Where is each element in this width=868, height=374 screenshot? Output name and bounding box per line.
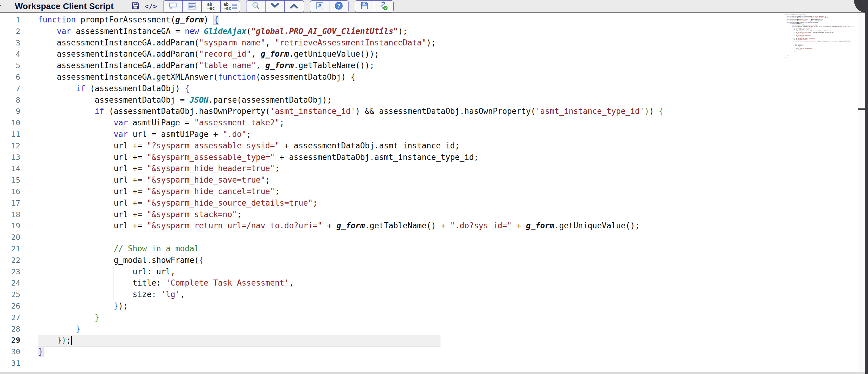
open-in-new-window-button[interactable]	[310, 1, 330, 12]
find-previous-button[interactable]	[285, 1, 304, 12]
comment-button[interactable]	[163, 1, 183, 12]
line-number: 6	[0, 71, 20, 83]
line-number: 12	[0, 140, 20, 152]
code-line-text: url += "&sysparm_hide_source_details=tru…	[38, 197, 318, 209]
code-line-22[interactable]: 22 g_modal.showFrame({	[0, 255, 858, 266]
open-in-new-window-icon	[316, 2, 323, 11]
toolbar-group-window: ?	[310, 0, 349, 12]
line-number: 7	[0, 83, 20, 94]
code-line-text: assessmentInstanceGA.addParam("sysparm_n…	[38, 37, 436, 49]
page-title: Workspace Client Script	[15, 1, 114, 11]
save-icon[interactable]	[131, 1, 140, 11]
code-line-text: url += "&sysparm_stack=no";	[38, 209, 242, 220]
code-line-11[interactable]: 11 var url = asmtUiPage + ".do";	[0, 129, 858, 140]
minimap-line	[785, 58, 858, 60]
code-line-13[interactable]: 13 url += "&sysparm_assessable_type=" + …	[0, 152, 858, 163]
code-line-text: size: 'lg',	[38, 289, 185, 301]
code-line-text: }	[38, 312, 100, 323]
code-line-9[interactable]: 9 if (assessmentDataObj.hasOwnProperty('…	[0, 106, 858, 117]
line-number: 19	[0, 220, 20, 232]
line-number: 22	[0, 255, 20, 266]
code-line-2[interactable]: 2 var assessmentInstanceGA = new GlideAj…	[0, 26, 858, 37]
code-line-4[interactable]: 4 assessmentInstanceGA.addParam("record_…	[0, 49, 858, 60]
window-corner-top-left	[0, 0, 9, 8]
code-line-28[interactable]: 28 }	[0, 323, 858, 335]
replace-all-button[interactable]: ab ⇒ac	[221, 1, 240, 12]
line-number: 17	[0, 197, 20, 209]
code-line-20[interactable]: 20	[0, 232, 858, 243]
format-document-button[interactable]	[183, 1, 202, 12]
code-line-5[interactable]: 5 assessmentInstanceGA.addParam("table_n…	[0, 60, 858, 71]
code-line-27[interactable]: 27 }	[0, 312, 858, 323]
code-line-7[interactable]: 7 if (assessmentDataObj) {	[0, 83, 858, 94]
chevron-up-icon	[290, 3, 298, 10]
code-line-3[interactable]: 3 assessmentInstanceGA.addParam("sysparm…	[0, 37, 858, 49]
save-alt-button[interactable]	[355, 1, 374, 12]
code-line-text: assessmentInstanceGA.addParam("table_nam…	[38, 60, 374, 71]
line-number: 14	[0, 163, 20, 175]
line-number: 4	[0, 49, 20, 60]
code-line-23[interactable]: 23 url: url,	[0, 266, 858, 278]
horizontal-scrollbar-track[interactable]	[0, 372, 868, 374]
code-line-text: // Show in a modal	[38, 243, 199, 255]
syntax-check-button[interactable]	[374, 1, 393, 12]
help-button[interactable]: ?	[330, 1, 348, 12]
code-line-18[interactable]: 18 url += "&sysparm_stack=no";	[0, 209, 858, 220]
find-next-button[interactable]	[266, 1, 285, 12]
code-line-21[interactable]: 21 // Show in a modal	[0, 243, 858, 255]
line-number: 27	[0, 312, 20, 323]
code-line-10[interactable]: 10 var asmtUiPage = "assessment_take2";	[0, 117, 858, 129]
toolbar-group-save	[355, 0, 394, 12]
code-line-15[interactable]: 15 url += "&sysparm_hide_save=true";	[0, 175, 858, 186]
code-line-text: url += "&sysparm_hide_header=true";	[38, 163, 279, 175]
code-line-31[interactable]: 31	[0, 357, 858, 369]
code-line-26[interactable]: 26 });	[0, 301, 858, 312]
code-line-8[interactable]: 8 assessmentDataObj = JSON.parse(assessm…	[0, 94, 858, 106]
code-icon[interactable]: </>	[145, 2, 157, 10]
line-number: 29	[0, 335, 20, 346]
line-number: 1	[0, 14, 20, 26]
save-alt-icon	[360, 1, 369, 11]
code-line-text: url += "?sysparm_assessable_sysid=" + as…	[38, 140, 460, 152]
code-line-25[interactable]: 25 size: 'lg',	[0, 289, 858, 301]
code-line-16[interactable]: 16 url += "&sysparm_hide_cancel=true";	[0, 186, 858, 197]
code-line-14[interactable]: 14 url += "&sysparm_hide_header=true";	[0, 163, 858, 175]
vertical-scrollbar[interactable]	[858, 14, 865, 372]
code-line-text: assessmentInstanceGA.getXMLAnswer(functi…	[38, 71, 355, 83]
code-line-29[interactable]: 29 });	[0, 335, 858, 346]
code-line-text: assessmentInstanceGA.addParam("record_id…	[38, 49, 379, 60]
line-number: 13	[0, 152, 20, 163]
toolbar-group-edit: ab ⇒ac ab ⇒ac	[163, 0, 240, 12]
minimap-line: url += "&sysparm_return_url=/nav_to.do?u…	[785, 40, 858, 42]
code-line-text: if (assessmentDataObj.hasOwnProperty('as…	[38, 106, 663, 117]
code-line-text: function promptForAssessment(g_form) {	[38, 14, 219, 26]
toolbar-group-search	[246, 0, 304, 12]
replace-button[interactable]: ab ⇒ac	[202, 1, 221, 12]
comment-icon	[168, 2, 177, 11]
code-line-6[interactable]: 6 assessmentInstanceGA.getXMLAnswer(func…	[0, 71, 858, 83]
code-line-19[interactable]: 19 url += "&sysparm_return_url=/nav_to.d…	[0, 220, 858, 232]
line-number: 26	[0, 301, 20, 312]
line-number: 9	[0, 106, 20, 117]
code-editor[interactable]: 1function promptForAssessment(g_form) {2…	[0, 14, 858, 372]
line-number: 11	[0, 129, 20, 140]
search-icon	[252, 1, 260, 11]
code-line-text: assessmentDataObj = JSON.parse(assessmen…	[38, 94, 332, 106]
replace-all-icon: ab ⇒ac	[223, 2, 237, 10]
window-frame-right	[865, 0, 868, 374]
code-line-30[interactable]: 30}	[0, 346, 858, 357]
code-line-text: var assessmentInstanceGA = new GlideAjax…	[38, 26, 407, 37]
line-number: 18	[0, 209, 20, 220]
search-button[interactable]	[246, 1, 266, 12]
code-line-12[interactable]: 12 url += "?sysparm_assessable_sysid=" +…	[0, 140, 858, 152]
code-line-text: url += "&sysparm_return_url=/nav_to.do?u…	[38, 220, 640, 232]
line-number: 15	[0, 175, 20, 186]
line-number: 25	[0, 289, 20, 301]
code-line-1[interactable]: 1function promptForAssessment(g_form) {	[0, 14, 858, 26]
text-cursor	[71, 336, 72, 345]
code-line-24[interactable]: 24 title: 'Complete Task Assessment',	[0, 277, 858, 289]
code-line-17[interactable]: 17 url += "&sysparm_hide_source_details=…	[0, 197, 858, 209]
help-icon: ?	[335, 1, 343, 11]
scrollbar-thumb-edge[interactable]	[858, 108, 865, 110]
minimap[interactable]: function promptForAssessment(g_form) { v…	[785, 14, 858, 61]
